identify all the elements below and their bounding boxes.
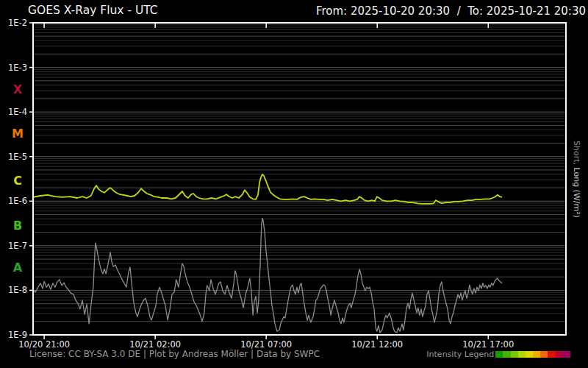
right-axis-label: Short, Long (W/m²) [567,23,586,335]
intensity-legend-swatch [556,351,563,358]
goes-xray-flux-app: GOES X-Ray Flux - UTC From: 2025-10-20 2… [0,0,588,368]
y-tick-label: 1E-6 [8,196,27,206]
long-channel-label: Long (W/m²) [572,165,581,218]
y-tick-label: 1E-4 [8,107,27,117]
x-tick-label: 10/21 07:00 [240,339,292,350]
flux-class-label-m: M [12,127,24,141]
intensity-legend-swatch [548,351,555,358]
flux-class-label-b: B [13,219,22,233]
x-tick-label: 10/21 02:00 [129,339,181,350]
intensity-legend-swatch [495,351,503,358]
x-tick-label: 10/21 17:00 [462,339,514,350]
short-channel-label: Short, [572,141,581,165]
flux-class-label-a: A [13,261,23,275]
xray-flux-chart: 10/20 21:0010/21 02:0010/21 07:0010/21 1… [0,0,588,368]
intensity-legend-bar [495,351,570,358]
x-tick-label: 10/21 12:00 [351,339,403,350]
intensity-legend-swatch [518,351,526,358]
y-tick-label: 1E-7 [8,241,27,251]
y-tick-label: 1E-2 [8,18,27,28]
intensity-legend-swatch [511,351,518,358]
y-tick-label: 1E-5 [8,152,27,162]
intensity-legend-title: Intensity Legend [426,350,494,359]
y-tick-label: 1E-8 [8,285,27,295]
y-tick-label: 1E-3 [8,63,27,73]
flux-class-label-c: C [13,174,22,188]
intensity-legend-swatch [563,351,570,358]
y-tick-label: 1E-9 [8,330,27,340]
x-tick-label: 10/20 21:00 [18,339,70,350]
license-text: License: CC BY-SA 3.0 DE | Plot by Andre… [29,349,320,359]
intensity-legend-swatch [526,351,533,358]
long-series-line [33,174,502,204]
intensity-legend-swatch [503,351,510,358]
intensity-legend-swatch [533,351,540,358]
intensity-legend: Intensity Legend [426,350,570,359]
intensity-legend-swatch [540,351,548,358]
flux-class-label-x: X [13,82,23,96]
short-series-line [33,218,502,333]
